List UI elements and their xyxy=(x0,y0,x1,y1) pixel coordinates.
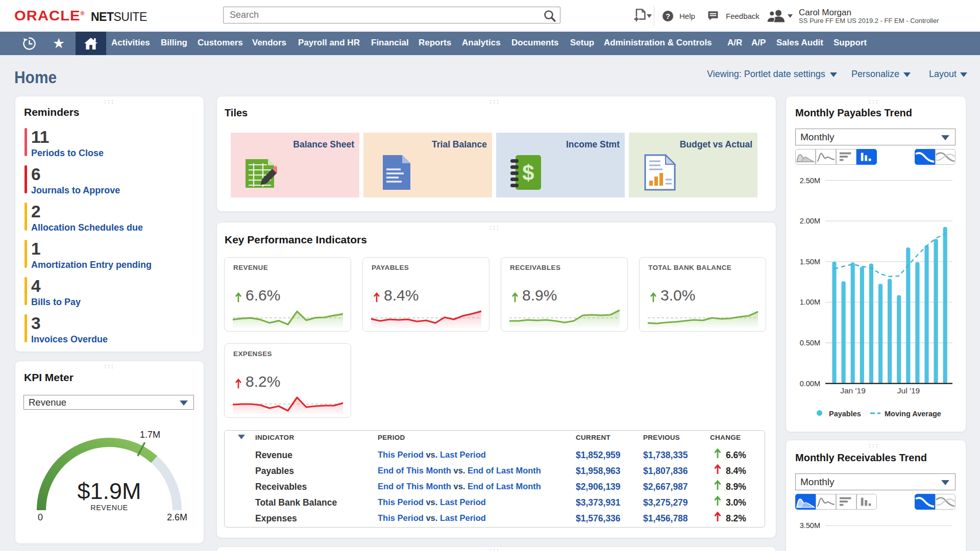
svg-text:2.00M: 2.00M xyxy=(800,217,820,225)
svg-text:$: $ xyxy=(522,161,534,185)
svg-text:1.00M: 1.00M xyxy=(800,298,820,306)
svg-text:Jul '19: Jul '19 xyxy=(897,386,920,395)
svg-text:0.50M: 0.50M xyxy=(800,339,820,347)
svg-text:$1.9M: $1.9M xyxy=(77,478,141,504)
svg-text:0.00M: 0.00M xyxy=(800,380,820,388)
svg-text:2.50M: 2.50M xyxy=(800,177,820,185)
svg-text:2.6M: 2.6M xyxy=(167,512,187,522)
svg-text:REVENUE: REVENUE xyxy=(90,504,128,512)
svg-text:Jan '19: Jan '19 xyxy=(840,386,866,395)
svg-text:1.50M: 1.50M xyxy=(800,258,820,266)
svg-text:0: 0 xyxy=(38,512,43,522)
svg-text:1.7M: 1.7M xyxy=(140,430,160,440)
